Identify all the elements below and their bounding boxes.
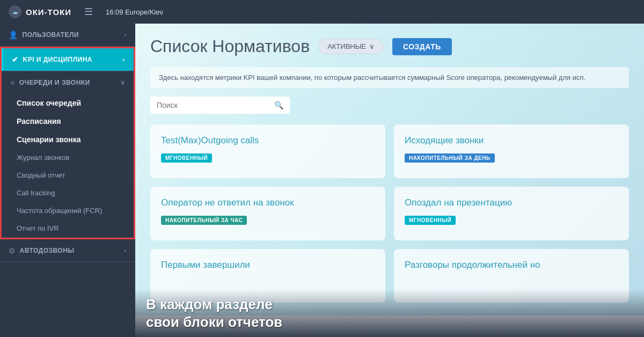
filter-chevron: ∨ bbox=[369, 42, 375, 50]
sidebar-label-summary-report: Сводный отчет bbox=[17, 171, 65, 179]
sidebar-label-call-tracking: Call tracking bbox=[17, 189, 55, 197]
sidebar-label-users: ПОЛЬЗОВАТЕЛИ bbox=[23, 31, 79, 39]
card-outgoing-calls[interactable]: Исходящие звонки НАКОПИТЕЛЬНЫЙ ЗА ДЕНЬ bbox=[394, 124, 629, 178]
card-late-presentation[interactable]: Опоздал на презентацию МГНОВЕННЫЙ bbox=[394, 187, 629, 240]
sidebar-subitems-queues: Список очередей Расписания Сценарии звон… bbox=[2, 94, 134, 237]
sidebar-label-fcr: Частота обращений (FCR) bbox=[17, 207, 102, 215]
sidebar-item-queue-list[interactable]: Список очередей bbox=[2, 94, 134, 112]
sidebar-section-queues: ≡ ОЧЕРЕДИ И ЗВОНКИ ∨ Список очередей Рас… bbox=[2, 71, 134, 238]
cards-grid: Test(Max)Outgoing calls МГНОВЕННЫЙ Исход… bbox=[150, 124, 629, 303]
page-title: Список Нормативов bbox=[150, 36, 310, 56]
sidebar-item-schedules[interactable]: Расписания bbox=[2, 112, 134, 130]
card-title-1: Test(Max)Outgoing calls bbox=[161, 135, 375, 146]
overlay-line-1: В каждом разделе bbox=[146, 296, 282, 313]
autodialer-icon: ⊙ bbox=[9, 246, 16, 255]
bottom-overlay: В каждом разделе свои блоки отчетов bbox=[135, 289, 644, 337]
sidebar-item-call-journal[interactable]: Журнал звонков bbox=[2, 149, 134, 166]
sidebar-label-kpi: KPI И ДИСЦИПЛИНА bbox=[23, 56, 93, 63]
overlay-text: В каждом разделе свои блоки отчетов bbox=[146, 296, 282, 331]
list-icon: ≡ bbox=[10, 78, 15, 87]
sidebar-item-summary-report[interactable]: Сводный отчет bbox=[2, 166, 134, 184]
topbar-time: 16:09 Europe/Kiev bbox=[106, 8, 163, 16]
topbar: ☁ ОКИ-ТОКИ ☰ 16:09 Europe/Kiev bbox=[0, 0, 644, 24]
card-title-3: Оператор не ответил на звонок bbox=[161, 197, 375, 208]
sidebar-item-users[interactable]: 👤 ПОЛЬЗОВАТЕЛИ ‹ bbox=[0, 24, 135, 46]
sidebar-label-autodialer: АВТОДОЗВОНЫ bbox=[20, 247, 75, 254]
content-wrapper: Список Нормативов АКТИВНЫЕ ∨ СОЗДАТЬ Зде… bbox=[135, 24, 644, 337]
page-header: Список Нормативов АКТИВНЫЕ ∨ СОЗДАТЬ bbox=[150, 36, 629, 56]
chevron-icon-queues: ∨ bbox=[120, 79, 126, 86]
chevron-icon-kpi: ‹ bbox=[123, 56, 126, 63]
search-icon: 🔍 bbox=[274, 101, 283, 109]
create-button[interactable]: СОЗДАТЬ bbox=[392, 38, 452, 55]
hamburger-icon[interactable]: ☰ bbox=[82, 6, 95, 18]
logo-text: ОКИ-ТОКИ bbox=[26, 8, 71, 17]
card-title-4: Опоздал на презентацию bbox=[405, 197, 618, 208]
sidebar-label-ivr-report: Отчет по IVR bbox=[17, 224, 59, 232]
badge-4: МГНОВЕННЫЙ bbox=[405, 216, 456, 225]
badge-3: НАКОПИТЕЛЬНЫЙ ЗА ЧАС bbox=[161, 216, 247, 225]
sidebar-item-kpi[interactable]: ✔ KPI И ДИСЦИПЛИНА ‹ bbox=[2, 48, 134, 71]
info-text: Здесь находятся метрики KPI вашей компан… bbox=[159, 74, 586, 82]
sidebar-section-autodialer: ⊙ АВТОДОЗВОНЫ ‹ bbox=[0, 239, 135, 262]
sidebar-item-call-scenarios[interactable]: Сценарии звонка bbox=[2, 130, 134, 149]
sidebar-label-schedules: Расписания bbox=[17, 117, 61, 126]
filter-label: АКТИВНЫЕ bbox=[327, 42, 366, 50]
sidebar-section-kpi: ✔ KPI И ДИСЦИПЛИНА ‹ bbox=[2, 48, 134, 71]
search-input[interactable] bbox=[157, 101, 270, 109]
sidebar-item-call-tracking[interactable]: Call tracking bbox=[2, 184, 134, 202]
card-title-5: Первыми завершили bbox=[161, 260, 375, 270]
user-icon: 👤 bbox=[9, 31, 18, 39]
chevron-icon-users: ‹ bbox=[125, 31, 127, 39]
sidebar-section-users: 👤 ПОЛЬЗОВАТЕЛИ ‹ bbox=[0, 24, 135, 47]
sidebar-item-autodialer[interactable]: ⊙ АВТОДОЗВОНЫ ‹ bbox=[0, 239, 135, 262]
chevron-icon-autodialer: ‹ bbox=[125, 247, 127, 254]
sidebar-item-fcr[interactable]: Частота обращений (FCR) bbox=[2, 202, 134, 219]
card-title-2: Исходящие звонки bbox=[405, 135, 618, 146]
sidebar-label-call-scenarios: Сценарии звонка bbox=[17, 135, 81, 144]
sidebar-item-queues[interactable]: ≡ ОЧЕРЕДИ И ЗВОНКИ ∨ bbox=[2, 71, 134, 94]
logo: ☁ ОКИ-ТОКИ bbox=[9, 5, 71, 18]
check-icon: ✔ bbox=[12, 55, 19, 64]
filter-button[interactable]: АКТИВНЫЕ ∨ bbox=[318, 39, 384, 54]
card-title-6: Разговоры продолжительней но bbox=[405, 260, 618, 270]
sidebar-label-queue-list: Список очередей bbox=[17, 99, 81, 107]
sidebar-item-ivr-report[interactable]: Отчет по IVR bbox=[2, 219, 134, 237]
content-area: Список Нормативов АКТИВНЫЕ ∨ СОЗДАТЬ Зде… bbox=[135, 24, 644, 316]
info-banner: Здесь находятся метрики KPI вашей компан… bbox=[150, 67, 629, 88]
sidebar-label-queues: ОЧЕРЕДИ И ЗВОНКИ bbox=[19, 79, 90, 86]
badge-2: НАКОПИТЕЛЬНЫЙ ЗА ДЕНЬ bbox=[405, 153, 495, 163]
search-bar: 🔍 bbox=[150, 97, 290, 114]
badge-1: МГНОВЕННЫЙ bbox=[161, 153, 212, 163]
sidebar-highlighted-group: ✔ KPI И ДИСЦИПЛИНА ‹ ≡ ОЧЕРЕДИ И ЗВОНКИ … bbox=[0, 47, 135, 239]
main-layout: 👤 ПОЛЬЗОВАТЕЛИ ‹ ✔ KPI И ДИСЦИПЛИНА ‹ ≡ … bbox=[0, 24, 644, 337]
overlay-line-2: свои блоки отчетов bbox=[146, 313, 282, 331]
sidebar-label-call-journal: Журнал звонков bbox=[17, 153, 69, 162]
logo-icon: ☁ bbox=[9, 5, 21, 18]
sidebar: 👤 ПОЛЬЗОВАТЕЛИ ‹ ✔ KPI И ДИСЦИПЛИНА ‹ ≡ … bbox=[0, 24, 135, 337]
card-operator-no-answer[interactable]: Оператор не ответил на звонок НАКОПИТЕЛЬ… bbox=[150, 187, 385, 240]
card-test-outgoing[interactable]: Test(Max)Outgoing calls МГНОВЕННЫЙ bbox=[150, 124, 385, 178]
